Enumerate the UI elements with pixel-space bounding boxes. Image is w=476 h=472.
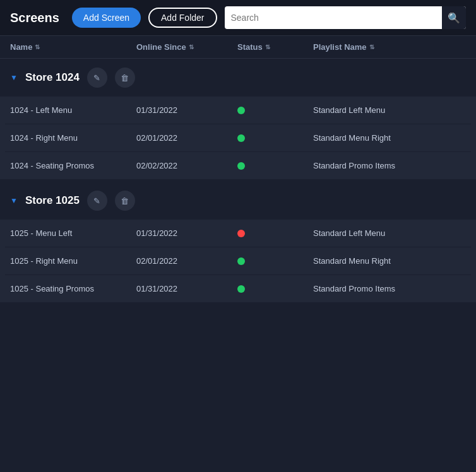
screen-rows-store-1025: 1025 - Menu Left 01/31/2022 Standard Lef… bbox=[0, 220, 476, 302]
status-dot-1025-right bbox=[237, 257, 245, 265]
chevron-down-icon: ▼ bbox=[10, 73, 18, 82]
add-screen-button[interactable]: Add Screen bbox=[72, 8, 141, 28]
status-dot-1024-left bbox=[237, 107, 245, 114]
screen-rows-store-1024: 1024 - Left Menu 01/31/2022 Standard Lef… bbox=[0, 97, 476, 179]
playlist-name-1024-left: Standard Left Menu bbox=[313, 105, 466, 115]
screen-date-1024-seating: 02/02/2022 bbox=[136, 161, 237, 170]
search-input[interactable] bbox=[225, 13, 443, 23]
table-header: Name ⇅ Online Since ⇅ Status ⇅ Playlist … bbox=[0, 35, 476, 59]
col-header-status[interactable]: Status ⇅ bbox=[237, 42, 313, 52]
edit-store-button-store-1024[interactable]: ✎ bbox=[87, 68, 107, 88]
screen-name-1025-left: 1025 - Menu Left bbox=[10, 228, 136, 238]
col-header-playlist[interactable]: Playlist Name ⇅ bbox=[313, 42, 466, 52]
sort-icon-status: ⇅ bbox=[265, 44, 270, 50]
status-cell-1024-right bbox=[237, 134, 313, 142]
search-icon: 🔍 bbox=[448, 12, 460, 24]
sort-icon-online-since: ⇅ bbox=[189, 44, 194, 50]
store-name-store-1024: Store 1024 bbox=[25, 71, 80, 84]
store-group-store-1025: ▼ Store 1025 ✎ 🗑 1025 - Menu Left 01/31/… bbox=[0, 182, 476, 302]
col-header-online-since[interactable]: Online Since ⇅ bbox=[136, 42, 237, 52]
screen-date-1024-left: 01/31/2022 bbox=[136, 105, 237, 115]
playlist-name-1025-left: Standard Left Menu bbox=[313, 228, 466, 238]
status-dot-1025-left bbox=[237, 230, 245, 237]
status-cell-1025-right bbox=[237, 257, 313, 265]
playlist-name-1024-right: Standard Menu Right bbox=[313, 133, 466, 143]
screen-date-1025-right: 02/01/2022 bbox=[136, 256, 237, 266]
col-header-name[interactable]: Name ⇅ bbox=[10, 42, 136, 52]
store-header-store-1025[interactable]: ▼ Store 1025 ✎ 🗑 bbox=[0, 182, 476, 220]
search-button[interactable]: 🔍 bbox=[442, 6, 466, 29]
delete-store-button-store-1025[interactable]: 🗑 bbox=[115, 191, 135, 211]
status-cell-1024-seating bbox=[237, 162, 313, 170]
screen-row-1024-seating: 1024 - Seating Promos 02/02/2022 Standar… bbox=[5, 152, 471, 179]
edit-store-button-store-1025[interactable]: ✎ bbox=[87, 191, 107, 211]
screen-row-1024-left: 1024 - Left Menu 01/31/2022 Standard Lef… bbox=[5, 97, 471, 124]
status-dot-1025-seating bbox=[237, 285, 245, 293]
playlist-name-1025-seating: Standard Promo Items bbox=[313, 284, 466, 293]
sort-icon-name: ⇅ bbox=[35, 44, 40, 50]
store-header-store-1024[interactable]: ▼ Store 1024 ✎ 🗑 bbox=[0, 59, 476, 97]
status-cell-1025-seating bbox=[237, 285, 313, 293]
screen-date-1024-right: 02/01/2022 bbox=[136, 133, 237, 143]
delete-store-button-store-1024[interactable]: 🗑 bbox=[115, 68, 135, 88]
screen-date-1025-seating: 01/31/2022 bbox=[136, 284, 237, 293]
sort-icon-playlist: ⇅ bbox=[369, 44, 374, 50]
screen-row-1025-right: 1025 - Right Menu 02/01/2022 Standard Me… bbox=[5, 247, 471, 275]
status-cell-1025-left bbox=[237, 230, 313, 237]
playlist-name-1025-right: Standard Menu Right bbox=[313, 256, 466, 266]
search-wrapper: 🔍 bbox=[225, 6, 467, 29]
store-group-store-1024: ▼ Store 1024 ✎ 🗑 1024 - Left Menu 01/31/… bbox=[0, 59, 476, 179]
app-title: Screens bbox=[10, 11, 59, 25]
screen-name-1024-seating: 1024 - Seating Promos bbox=[10, 161, 136, 170]
status-dot-1024-right bbox=[237, 134, 245, 142]
status-dot-1024-seating bbox=[237, 162, 245, 170]
store-name-store-1025: Store 1025 bbox=[25, 194, 80, 207]
add-folder-button[interactable]: Add Folder bbox=[148, 8, 217, 28]
status-cell-1024-left bbox=[237, 107, 313, 114]
screen-row-1025-seating: 1025 - Seating Promos 01/31/2022 Standar… bbox=[5, 275, 471, 302]
screen-name-1025-right: 1025 - Right Menu bbox=[10, 256, 136, 266]
app-header: Screens Add Screen Add Folder 🔍 bbox=[0, 0, 476, 35]
chevron-down-icon: ▼ bbox=[10, 196, 18, 205]
screen-row-1024-right: 1024 - Right Menu 02/01/2022 Standard Me… bbox=[5, 124, 471, 152]
screen-name-1024-left: 1024 - Left Menu bbox=[10, 105, 136, 115]
screen-name-1025-seating: 1025 - Seating Promos bbox=[10, 284, 136, 293]
playlist-name-1024-seating: Standard Promo Items bbox=[313, 161, 466, 170]
stores-container: ▼ Store 1024 ✎ 🗑 1024 - Left Menu 01/31/… bbox=[0, 59, 476, 302]
screen-name-1024-right: 1024 - Right Menu bbox=[10, 133, 136, 143]
screen-date-1025-left: 01/31/2022 bbox=[136, 228, 237, 238]
screen-row-1025-left: 1025 - Menu Left 01/31/2022 Standard Lef… bbox=[5, 220, 471, 247]
